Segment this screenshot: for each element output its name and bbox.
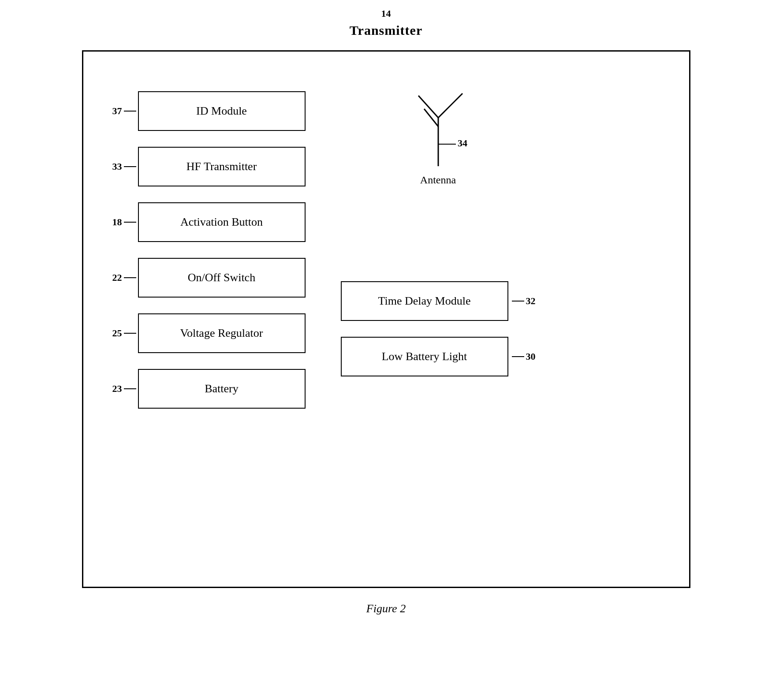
page-title: Transmitter xyxy=(350,23,422,38)
voltage-regulator-box: Voltage Regulator xyxy=(138,313,306,353)
id-module-box: ID Module xyxy=(138,91,306,131)
activation-button-row: 18 Activation Button xyxy=(101,202,306,242)
low-battery-light-box: Low Battery Light xyxy=(341,337,508,376)
hf-transmitter-row: 33 HF Transmitter xyxy=(101,147,306,186)
time-delay-module-row: Time Delay Module 32 xyxy=(341,281,536,321)
battery-label: 23 xyxy=(101,383,138,395)
voltage-regulator-label: 25 xyxy=(101,328,138,339)
activation-button-label: 18 xyxy=(101,216,138,228)
id-module-row: 37 ID Module xyxy=(101,91,306,131)
low-battery-light-label: 30 xyxy=(510,351,536,362)
right-column: 34 Antenna Time Delay Module 32 xyxy=(341,87,536,376)
figure-caption: Figure 2 xyxy=(366,602,406,615)
diagram-border: 37 ID Module 33 HF Transmitter xyxy=(82,50,690,588)
svg-line-2 xyxy=(438,93,462,118)
time-delay-module-box: Time Delay Module xyxy=(341,281,508,321)
page-number: 14 xyxy=(381,8,391,19)
antenna-area: 34 Antenna xyxy=(341,91,536,186)
antenna-icon: 34 xyxy=(394,91,482,171)
low-battery-light-row: Low Battery Light 30 xyxy=(341,337,536,376)
hf-transmitter-label: 33 xyxy=(101,161,138,172)
right-blocks: Time Delay Module 32 Low Battery Light 3 xyxy=(341,281,536,376)
id-module-label: 37 xyxy=(101,105,138,117)
time-delay-module-label: 32 xyxy=(510,295,536,307)
activation-button-box: Activation Button xyxy=(138,202,306,242)
antenna-label: Antenna xyxy=(420,174,456,186)
left-column: 37 ID Module 33 HF Transmitter xyxy=(101,91,306,409)
onoff-switch-box: On/Off Switch xyxy=(138,258,306,298)
hf-transmitter-box: HF Transmitter xyxy=(138,147,306,186)
voltage-regulator-row: 25 Voltage Regulator xyxy=(101,313,306,353)
onoff-switch-label: 22 xyxy=(101,272,138,283)
battery-box: Battery xyxy=(138,369,306,409)
onoff-switch-row: 22 On/Off Switch xyxy=(101,258,306,298)
svg-line-3 xyxy=(424,109,438,127)
svg-text:34: 34 xyxy=(458,138,467,149)
battery-row: 23 Battery xyxy=(101,369,306,409)
